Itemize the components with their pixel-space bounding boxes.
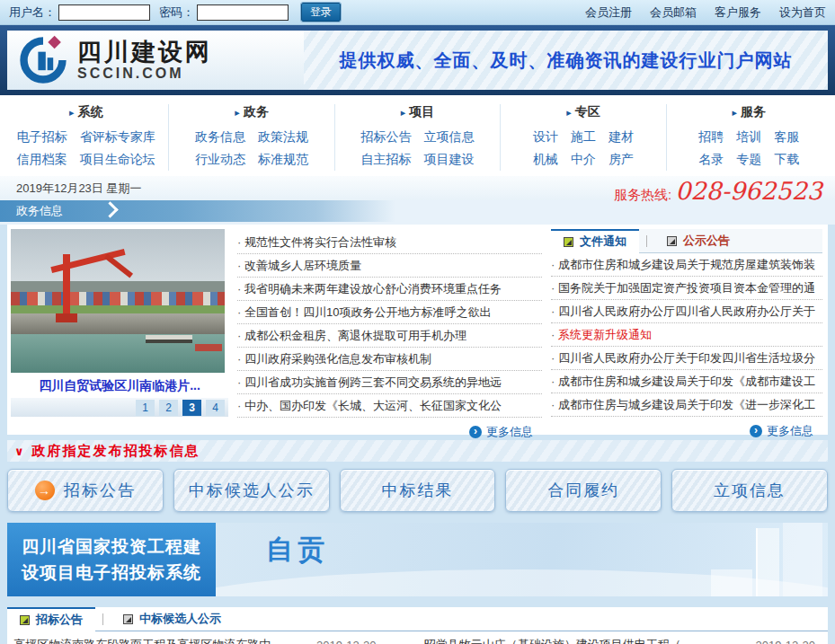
bottom-announcement-list: 高坪区物流南路东段路面工程及高坪区物流东路中 2019-12-20 昭觉县牧云山… <box>7 631 828 644</box>
nav-link-agency[interactable]: 中介 <box>571 148 596 171</box>
nav-link-recruit[interactable]: 招聘 <box>698 126 724 148</box>
site-name: 四川建设网 <box>77 39 212 66</box>
nav-group-title: ▸服务 <box>669 104 830 120</box>
nav-group-title: ▸专区 <box>502 104 663 120</box>
notice-item[interactable]: 成都市住房和城乡建设局关于印发《成都市建设工 <box>551 370 822 393</box>
notice-item[interactable]: 国务院关于加强固定资产投资项目资本金管理的通 <box>551 277 822 300</box>
bid-buttons-row: → 招标公告 中标候选人公示 中标结果 合同履约 立项信息 <box>7 469 828 512</box>
nav-group-gov: ▸政务 政务信息 政策法规 行业动态 标准规范 <box>168 104 333 171</box>
logo-text: 四川建设网 SCCIN.COM <box>77 39 212 82</box>
notice-list: 成都市住房和城乡建设局关于规范房屋建筑装饰装 国务院关于加强固定资产投资项目资本… <box>551 253 822 417</box>
tab-file-notices[interactable]: 文件通知 <box>551 229 639 253</box>
site-slogan: 提供权威、全面、及时、准确资讯的建设行业门户网站 <box>304 31 828 90</box>
nav-link-support[interactable]: 客服 <box>774 126 799 148</box>
register-link[interactable]: 会员注册 <box>585 4 632 21</box>
site-logo-icon <box>18 35 68 85</box>
news-item[interactable]: 规范性文件将实行合法性审核 <box>237 231 542 254</box>
notice-item[interactable]: 四川省人民政府办公厅关于印发四川省生活垃圾分 <box>551 347 822 370</box>
news-item[interactable]: 中办、国办印发《长城、大运河、长征国家文化公 <box>237 394 542 418</box>
set-homepage-link[interactable]: 设为首页 <box>779 4 826 21</box>
banner-city-name: 自贡 <box>266 532 329 569</box>
news-item[interactable]: 四川政府采购强化信息发布审核机制 <box>237 348 542 371</box>
news-item[interactable]: 四川省成功实施首例跨三套不同交易系统的异地远 <box>237 371 542 394</box>
pager-page-3-active[interactable]: 3 <box>182 400 201 416</box>
tab-square-icon <box>20 615 30 625</box>
nav-link-project-info[interactable]: 立项信息 <box>424 126 475 148</box>
login-button[interactable]: 登录 <box>301 3 341 22</box>
nav-link-training[interactable]: 培训 <box>736 126 761 148</box>
photo-caption-link[interactable]: 四川自贸试验区川南临港片... <box>11 373 228 398</box>
more-arrow-icon: › <box>750 425 762 437</box>
nav-link-realestate[interactable]: 房产 <box>608 148 634 171</box>
ebidding-banner[interactable]: 四川省国家投资工程建 设项目电子招投标系统 自贡 <box>7 523 828 596</box>
notice-item-highlighted[interactable]: 系统更新升级通知 <box>551 323 822 347</box>
pager-page-1[interactable]: 1 <box>136 400 155 416</box>
notice-item[interactable]: 成都市住房和城乡建设局关于规范房屋建筑装饰装 <box>551 253 822 277</box>
triangle-right-icon: ▸ <box>69 107 75 118</box>
tab-square-icon <box>123 614 133 624</box>
page: 用户名： 密码： 登录 会员注册 会员邮箱 客户服务 设为首页 四川建设网 <box>0 0 835 644</box>
nav-link-industry-news[interactable]: 行业动态 <box>195 148 245 171</box>
member-mail-link[interactable]: 会员邮箱 <box>650 4 697 21</box>
announcement-link[interactable]: 昭觉县牧云山庄（基础设施）建设项目供电工程（ <box>418 637 756 644</box>
tab-separator <box>102 613 103 625</box>
tab-bid-announcements[interactable]: 招标公告 <box>7 607 95 631</box>
nav-link-ebidding[interactable]: 电子招标 <box>17 126 67 148</box>
contract-performance-button[interactable]: 合同履约 <box>505 469 662 512</box>
pager-page-4[interactable]: 4 <box>206 400 225 416</box>
nav-link-construction[interactable]: 施工 <box>571 126 596 148</box>
nav-link-project-forum[interactable]: 项目生命论坛 <box>80 148 155 171</box>
username-input[interactable] <box>58 4 150 21</box>
news-item[interactable]: 我省明确未来两年建设放心舒心消费环境重点任务 <box>237 278 542 301</box>
main-content: 四川自贸试验区川南临港片... 1 2 3 4 规范性文件将实行合法性审核 改善… <box>7 225 828 435</box>
nav-group-title: ▸政务 <box>171 104 332 120</box>
news-item[interactable]: 成都公积金租房、离退休提取可用手机办理 <box>237 324 542 348</box>
bid-results-button[interactable]: 中标结果 <box>340 469 496 512</box>
chevron-right-icon <box>102 201 118 217</box>
project-info-button[interactable]: 立项信息 <box>671 469 828 512</box>
bid-announcement-button[interactable]: → 招标公告 <box>7 469 164 512</box>
tab-winner-candidates[interactable]: 中标候选人公示 <box>111 607 234 631</box>
password-input[interactable] <box>197 4 289 21</box>
news-more-link[interactable]: › 更多信息 <box>237 418 542 440</box>
building-shape <box>756 528 779 596</box>
site-logo[interactable]: 四川建设网 SCCIN.COM <box>7 31 304 90</box>
tab-square-icon <box>667 236 677 246</box>
winner-candidates-button[interactable]: 中标候选人公示 <box>173 469 330 512</box>
nav-link-project-construction[interactable]: 项目建设 <box>424 148 475 171</box>
triangle-right-icon: ▸ <box>566 107 572 118</box>
nav-link-expert-db[interactable]: 省评标专家库 <box>80 126 155 148</box>
nav-link-machinery[interactable]: 机械 <box>533 148 558 171</box>
boat <box>146 335 192 343</box>
bid-section-title: 政府指定发布招投标信息 <box>32 443 200 460</box>
bottom-tabs: 招标公告 中标候选人公示 <box>7 607 828 631</box>
nav-link-download[interactable]: 下载 <box>774 148 799 171</box>
orange-arrow-icon: → <box>35 481 55 500</box>
customer-service-link[interactable]: 客户服务 <box>715 4 761 21</box>
nav-link-credit-archive[interactable]: 信用档案 <box>17 148 67 171</box>
nav-link-topics[interactable]: 专题 <box>736 148 761 171</box>
chevron-down-icon: ∨ <box>14 445 26 458</box>
news-item[interactable]: 改善城乡人居环境质量 <box>237 254 542 278</box>
nav-link-policy[interactable]: 政策法规 <box>258 126 308 148</box>
password-label: 密码： <box>159 4 194 21</box>
nav-link-directory[interactable]: 名录 <box>698 148 724 171</box>
news-item[interactable]: 全国首创！四川10项政务公开地方标准呼之欲出 <box>237 301 542 324</box>
port-photo[interactable] <box>11 229 225 373</box>
nav-link-bid-announcement[interactable]: 招标公告 <box>361 126 412 148</box>
bid-section-header: ∨ 政府指定发布招投标信息 <box>7 440 828 462</box>
service-hotline: 服务热线: 028-962523 <box>614 180 822 204</box>
notice-item[interactable]: 四川省人民政府办公厅四川省人民政府办公厅关于 <box>551 300 822 323</box>
triangle-right-icon: ▸ <box>733 107 738 118</box>
notice-item[interactable]: 成都市住房与城乡建设局关于印发《进一步深化工 <box>551 393 822 417</box>
tab-public-announcements[interactable]: 公示公告 <box>654 229 742 253</box>
building-shape <box>711 569 752 596</box>
nav-link-standards[interactable]: 标准规范 <box>258 148 308 171</box>
pager-page-2[interactable]: 2 <box>159 400 178 416</box>
nav-link-materials[interactable]: 建材 <box>608 126 634 148</box>
announcement-link[interactable]: 高坪区物流南路东段路面工程及高坪区物流东路中 <box>7 637 316 644</box>
nav-link-self-bidding[interactable]: 自主招标 <box>361 148 412 171</box>
notices-more-link[interactable]: › 更多信息 <box>551 417 822 439</box>
nav-link-design[interactable]: 设计 <box>533 126 558 148</box>
nav-link-gov-info[interactable]: 政务信息 <box>195 126 245 148</box>
